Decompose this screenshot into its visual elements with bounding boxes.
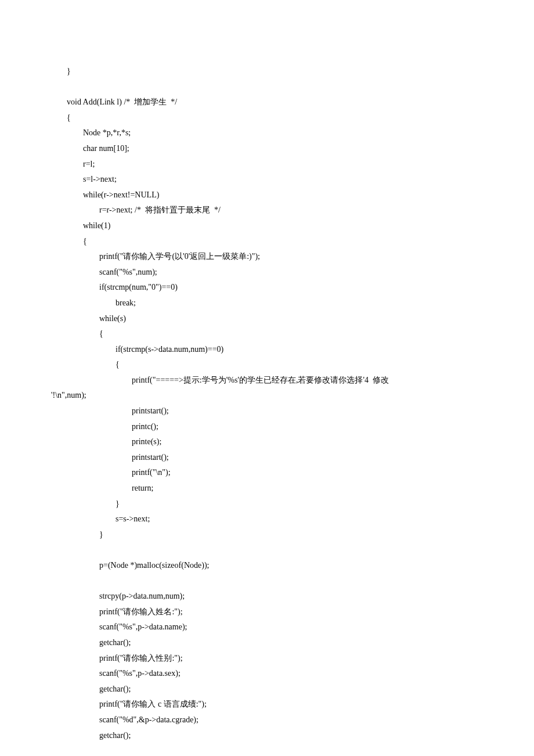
code-line: scanf("%s",p->data.sex); [67,666,467,682]
code-line: p=(Node *)malloc(sizeof(Node)); [67,558,467,574]
code-line: if(strcmp(num,"0")==0) [67,280,467,296]
code-line: { [67,234,467,250]
code-line: if(strcmp(s->data.num,num)==0) [67,342,467,358]
code-line: printf("=====>提示:学号为'%s'的学生已经存在,若要修改请你选择… [67,373,467,388]
code-line [67,574,467,589]
code-line: getchar(); [67,682,467,697]
code-line: getchar(); [67,728,467,744]
code-line: { [67,326,467,342]
code-line: r=l; [67,157,467,172]
code-line: strcpy(p->data.num,num); [67,589,467,604]
code-line [67,542,467,558]
code-line: printf("请你输入性别:"); [67,651,467,667]
code-line: printf("请你输入 c 语言成绩:"); [67,697,467,712]
code-line: } [67,527,467,543]
code-line: while(r->next!=NULL) [67,188,467,203]
code-line: printstart(); [67,404,467,419]
code-line: return; [67,481,467,496]
code-line: } [67,64,467,80]
code-line: char num[10]; [67,141,467,157]
code-line: printstart(); [67,450,467,466]
code-line: while(1) [67,218,467,234]
code-block: } void Add(Link l) /* 增加学生 */{ Node *p,*… [67,64,467,743]
code-line: printe(s); [67,434,467,450]
code-line: { [67,110,467,126]
code-line: printc(); [67,419,467,435]
code-line: s=l->next; [67,172,467,188]
code-line: while(s) [67,311,467,327]
code-line: Node *p,*r,*s; [67,125,467,141]
code-line: r=r->next; /* 将指针置于最末尾 */ [67,203,467,218]
code-line: '!\n",num); [51,388,467,404]
code-line: scanf("%s",p->data.name); [67,620,467,635]
code-line: scanf("%s",num); [67,265,467,280]
code-line: void Add(Link l) /* 增加学生 */ [67,95,467,110]
code-line: scanf("%d",&p->data.cgrade); [67,712,467,728]
document-page: } void Add(Link l) /* 增加学生 */{ Node *p,*… [0,0,534,756]
code-line: { [67,357,467,373]
code-line: printf("请你输入姓名:"); [67,604,467,620]
code-line: } [67,496,467,512]
code-line: printf("\n"); [67,465,467,481]
code-line [67,80,467,95]
code-line: break; [67,296,467,311]
code-line: printf("请你输入学号(以'0'返回上一级菜单:)"); [67,249,467,265]
code-line: s=s->next; [67,512,467,527]
code-line: getchar(); [67,635,467,651]
